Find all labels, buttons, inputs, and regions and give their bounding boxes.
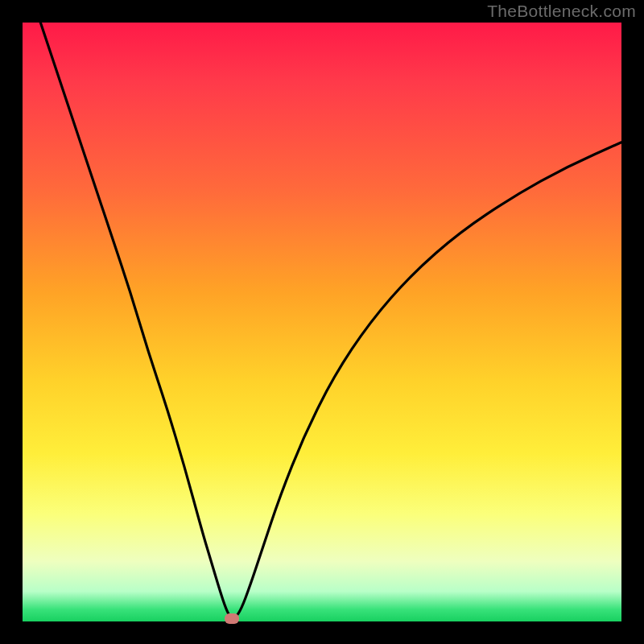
curve-svg xyxy=(23,23,621,621)
bottleneck-curve-path xyxy=(40,23,621,618)
watermark-text: TheBottleneck.com xyxy=(487,2,636,21)
chart-frame: TheBottleneck.com xyxy=(0,0,644,644)
minimum-marker xyxy=(225,613,239,624)
plot-area xyxy=(23,23,621,621)
